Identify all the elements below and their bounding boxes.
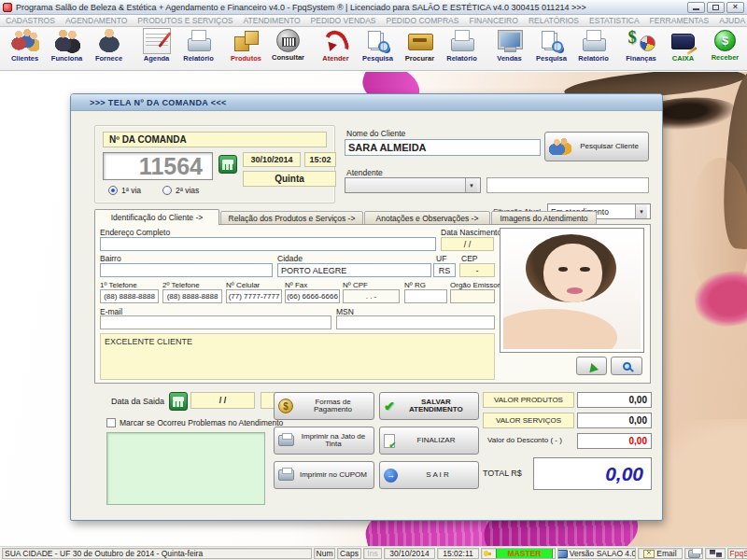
status-ins: Ins: [363, 548, 382, 559]
menu-atendimento[interactable]: ATENDIMENTO: [244, 16, 301, 25]
toolbar-button-produtos[interactable]: Produtos: [225, 27, 267, 70]
orgao-input[interactable]: [450, 289, 495, 303]
menu-cadastros[interactable]: CADASTROS: [6, 16, 55, 25]
toolbar-button-consultar[interactable]: Consultar: [267, 27, 309, 70]
toolbar-button-relatorio-agenda[interactable]: Relatório: [177, 27, 219, 70]
problema-notes-area[interactable]: [106, 432, 265, 505]
saida-date-input[interactable]: / /: [190, 392, 255, 409]
menu-produtos-servicos[interactable]: PRODUTOS E SERVIÇOS: [137, 16, 233, 25]
sair-button[interactable]: → S A I R: [379, 461, 479, 489]
menu-pedido-compras[interactable]: PEDIDO COMPRAS: [387, 16, 459, 25]
comanda-number[interactable]: 11564: [103, 152, 213, 180]
tel2-input[interactable]: (88) 8888-8888: [162, 289, 222, 303]
menu-relatorios[interactable]: RELATÓRIOS: [529, 16, 579, 25]
status-user: MASTER: [481, 548, 556, 559]
status-printer[interactable]: [684, 548, 703, 559]
search-client-button[interactable]: Pesquisar Cliente: [544, 132, 649, 161]
toolbar-button-agenda[interactable]: Agenda: [135, 27, 177, 70]
comanda-weekday: Quinta: [243, 171, 336, 187]
sair-label: S A I R: [401, 471, 474, 479]
toolbar-button-atender[interactable]: Atender: [315, 27, 357, 70]
receive-dollar-icon: [714, 30, 736, 51]
status-email-label: Email: [656, 549, 676, 558]
comanda-time[interactable]: 15:02: [304, 152, 336, 167]
menu-financeiro[interactable]: FINANCEIRO: [469, 16, 517, 25]
imprimir-cupom-label: Imprimir no CUPOM: [297, 471, 370, 479]
magnifier-icon: [623, 362, 631, 371]
menu-estatistica[interactable]: ESTATISTICA: [589, 16, 640, 25]
photo-zoom-button[interactable]: [611, 357, 642, 375]
toolbar-button-fornecedores[interactable]: Fornece: [88, 27, 130, 70]
saida-label: Data da Saida: [111, 397, 164, 406]
close-button[interactable]: ×: [726, 2, 744, 13]
toolbar-button-financas[interactable]: Finanças: [620, 27, 662, 70]
status-network[interactable]: [705, 548, 726, 559]
fax-input[interactable]: (66) 6666-6666: [285, 289, 340, 303]
atendente-input[interactable]: [486, 177, 649, 193]
status-brand: FpqSystem: [727, 548, 747, 559]
blue-arrow-icon: →: [384, 469, 398, 483]
via2-radio[interactable]: 2ª vias: [162, 186, 199, 195]
celular-input[interactable]: (77) 7777-7777: [226, 289, 282, 303]
total-value: 0,00: [533, 457, 652, 490]
nascimento-input[interactable]: / /: [441, 237, 494, 251]
toolbar: Clientes Funciona Fornece Agenda Relatór…: [0, 27, 747, 71]
valor-servicos-label: VALOR SERVIÇOS: [483, 413, 574, 428]
email-input[interactable]: [100, 315, 331, 329]
menu-pedido-vendas[interactable]: PEDIDO VENDAS: [311, 16, 376, 25]
toolbar-button-relatorio-atendimento[interactable]: Relatório: [441, 27, 483, 70]
comanda-date[interactable]: 30/10/2014: [243, 152, 301, 167]
status-email[interactable]: Email: [638, 548, 683, 559]
calendar-icon[interactable]: [218, 155, 237, 174]
toolbar-button-receber[interactable]: Receber: [704, 27, 746, 70]
client-name-input[interactable]: SARA ALMEIDA: [345, 139, 541, 156]
endereco-input[interactable]: [100, 237, 436, 251]
total-label: TOTAL R$: [483, 469, 522, 478]
cpf-input[interactable]: . . -: [343, 289, 400, 303]
toolbar-button-pesquisa-atendimento[interactable]: Pesquisa: [357, 27, 399, 70]
restore-button[interactable]: [707, 2, 725, 13]
toolbar-button-clientes[interactable]: Clientes: [4, 27, 46, 70]
toolbar-button-vendas[interactable]: Vendas: [488, 27, 530, 70]
cep-input[interactable]: -: [459, 263, 495, 277]
toolbar-button-procurar[interactable]: Procurar: [399, 27, 441, 70]
key-icon: [484, 550, 494, 557]
tab-identificacao[interactable]: Identificação do Cliente ->: [94, 209, 219, 225]
network-icon: [710, 550, 722, 558]
rg-input[interactable]: [404, 289, 447, 303]
salvar-atendimento-button[interactable]: ✔ SALVAR ATENDIMENTO: [379, 392, 479, 420]
photo-lips: [567, 287, 584, 293]
tab-anotacoes[interactable]: Anotações e Observações ->: [364, 211, 490, 225]
bairro-input[interactable]: [100, 263, 273, 277]
calendar-icon[interactable]: [169, 392, 188, 411]
report-printer-icon: [580, 28, 608, 54]
tab-produtos-servicos[interactable]: Relação dos Produtos e Serviços ->: [220, 211, 363, 225]
cidade-input[interactable]: PORTO ALEGRE: [277, 263, 431, 277]
uf-input[interactable]: RS: [433, 263, 456, 277]
msn-input[interactable]: [336, 315, 495, 329]
tel1-input[interactable]: (88) 8888-8888: [100, 289, 159, 303]
window-titlebar[interactable]: Programa Salão de Beleza & Estética + Ag…: [0, 0, 747, 15]
toolbar-button-funcionarios[interactable]: Funciona: [46, 27, 88, 70]
menu-ferramentas[interactable]: FERRAMENTAS: [650, 16, 710, 25]
menu-agendamento[interactable]: AGENDAMENTO: [65, 16, 127, 25]
dialog-titlebar[interactable]: >>> TELA Nº DA COMANDA <<<: [71, 94, 662, 111]
toolbar-button-relatorio-vendas[interactable]: Relatório: [572, 27, 614, 70]
imprimir-jato-button[interactable]: Imprimir na Jato de Tinta: [274, 427, 374, 455]
problema-checkbox[interactable]: Marcar se Ocorreu Problemas no Atendimen…: [106, 418, 283, 427]
formas-pagamento-button[interactable]: Formas de Pagamento: [274, 392, 374, 420]
minimize-button[interactable]: [687, 2, 705, 13]
menu-ajuda[interactable]: AJUDA: [719, 16, 745, 25]
client-notes-area[interactable]: EXCELENTE CLIENTE: [100, 333, 495, 380]
clients-icon: [11, 28, 39, 54]
toolbar-button-pesquisa-vendas[interactable]: Pesquisa: [530, 27, 572, 70]
finalizar-button[interactable]: FINALIZAR: [379, 427, 479, 455]
toolbar-button-caixa[interactable]: CAIXA: [662, 27, 704, 70]
printer-icon: [278, 469, 294, 481]
atendente-combobox[interactable]: ▼: [345, 177, 481, 193]
tab-imagens[interactable]: Imagens do Atendimento: [491, 211, 597, 225]
photo-upload-button[interactable]: [576, 357, 607, 375]
status-bar: SUA CIDADE - UF 30 de Outubro de 2014 - …: [0, 546, 747, 560]
via1-radio[interactable]: 1ª via: [108, 186, 141, 195]
imprimir-cupom-button[interactable]: Imprimir no CUPOM: [274, 461, 374, 489]
